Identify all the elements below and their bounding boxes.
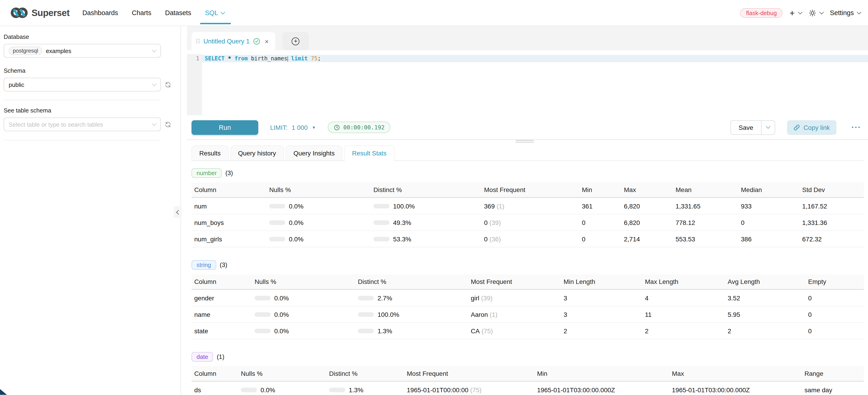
save-split-button: Save — [731, 120, 775, 134]
collapse-sidebar-button[interactable] — [174, 206, 182, 218]
stats-section-header: string(3) — [191, 260, 864, 270]
query-tab[interactable]: Untitled Query 1 × — [191, 32, 275, 50]
table-header-cell: Max — [624, 186, 676, 193]
result-stats-content: number(3)ColumnNulls %Distinct %Most Fre… — [191, 168, 864, 395]
table-header-cell: Column — [191, 370, 241, 377]
stat-value-cell: 11 — [645, 311, 728, 318]
percent-label: 0.0% — [274, 294, 289, 302]
tab-results[interactable]: Results — [191, 145, 228, 160]
refresh-icon — [164, 81, 171, 88]
distinct-bar-cell: 100.0% — [373, 202, 484, 210]
nulls-bar-cell: 0.0% — [269, 219, 373, 226]
table-header-cell: Nulls % — [241, 370, 329, 377]
table-row: name0.0%100.0%Aaron(1)3115.950 — [191, 306, 864, 323]
superset-brand[interactable]: Superset — [10, 7, 69, 19]
line-number: 1 — [187, 55, 199, 62]
column-name-cell: num — [191, 202, 269, 210]
column-count: (1) — [217, 354, 224, 360]
editor-code-area[interactable]: SELECT * from birth_names limit 75; — [202, 54, 868, 115]
chevron-down-icon — [857, 9, 861, 14]
editor-toolbar: Run LIMIT: 1 000 ▼ 00:00:00.192 S — [187, 115, 868, 140]
percent-label: 0.0% — [274, 311, 289, 318]
tab-result-stats[interactable]: Result Stats — [344, 145, 394, 160]
more-menu-button[interactable] — [852, 127, 860, 128]
clock-icon — [334, 124, 340, 130]
nav-item-dashboards[interactable]: Dashboards — [82, 9, 118, 17]
distinct-bar-cell: 2.7% — [358, 294, 471, 302]
new-item-button[interactable]: + — [789, 8, 802, 17]
chevron-down-icon — [152, 48, 157, 52]
database-value: examples — [46, 47, 71, 54]
percent-label: 1.3% — [377, 327, 392, 334]
nulls-bar-cell: 0.0% — [241, 386, 329, 393]
plus-circle-icon: + — [292, 37, 300, 45]
environment-badge: flask-debug — [740, 8, 783, 18]
stat-value-cell: 3 — [564, 311, 645, 318]
most-frequent-cell: 1965-01-01T00:00:00(75) — [407, 386, 537, 393]
editor-gutter: 1 — [187, 54, 202, 115]
stat-value-cell: 933 — [741, 202, 802, 210]
drag-handle-icon[interactable] — [196, 39, 200, 44]
run-button[interactable]: Run — [191, 120, 258, 134]
theme-toggle[interactable] — [808, 9, 823, 17]
close-tab-icon[interactable]: × — [265, 37, 269, 45]
stat-value-cell: 1965-01-01T03:00:00.000Z — [672, 386, 804, 393]
schema-select[interactable]: public — [4, 78, 161, 91]
limit-dropdown[interactable]: LIMIT: 1 000 ▼ — [270, 124, 316, 131]
tab-query-insights[interactable]: Query Insights — [286, 145, 343, 160]
brand-title: Superset — [32, 7, 69, 18]
database-select[interactable]: postgresql examples — [4, 44, 161, 58]
chevron-left-icon — [176, 210, 181, 214]
new-query-tab-button[interactable]: + — [282, 32, 309, 50]
type-badge: number — [191, 168, 222, 178]
progress-bar-track — [255, 296, 271, 300]
table-header-cell: Range — [804, 370, 864, 377]
most-frequent-cell: 369(1) — [484, 202, 582, 210]
query-tab-bar: Untitled Query 1 × + — [187, 26, 868, 50]
table-header-cell: Median — [741, 186, 802, 193]
chevron-down-icon — [152, 81, 157, 86]
percent-label: 49.3% — [393, 219, 411, 226]
chevron-down-icon — [819, 9, 824, 14]
nulls-bar-cell: 0.0% — [269, 235, 373, 243]
sql-token — [231, 55, 235, 62]
pane-resize-handle[interactable] — [181, 140, 868, 143]
nav-item-charts[interactable]: Charts — [132, 9, 151, 17]
sql-editor[interactable]: 1 SELECT * from birth_names limit 75; — [187, 54, 868, 115]
sql-code-line[interactable]: SELECT * from birth_names limit 75; — [202, 55, 868, 62]
sidebar-divider — [4, 100, 161, 100]
stat-value-cell: 6,820 — [624, 219, 676, 226]
column-name-cell: state — [191, 327, 255, 334]
tab-editor-gap — [187, 50, 868, 54]
refresh-schemas-button[interactable] — [164, 81, 172, 89]
sql-token — [225, 55, 228, 62]
progress-bar-track — [358, 329, 374, 333]
settings-menu[interactable]: Settings — [830, 9, 861, 17]
plus-icon: + — [789, 8, 795, 17]
limit-value: 1 000 — [291, 124, 308, 131]
nav-item-datasets[interactable]: Datasets — [165, 9, 191, 17]
sun-icon — [808, 9, 816, 17]
stat-value-cell: 2 — [564, 327, 645, 334]
stat-value-cell: 672.32 — [802, 235, 864, 243]
superset-logo-icon — [10, 7, 28, 19]
refresh-tables-button[interactable] — [164, 120, 172, 128]
nav-item-sql[interactable]: SQL — [205, 9, 225, 17]
table-select[interactable]: Select table or type to search tables — [4, 118, 161, 131]
progress-bar-track — [269, 237, 285, 241]
stat-value-cell: 2 — [645, 327, 728, 334]
column-name-cell: gender — [191, 294, 255, 302]
nulls-bar-cell: 0.0% — [269, 202, 373, 210]
tab-query-history[interactable]: Query history — [230, 145, 284, 160]
save-options-button[interactable] — [761, 120, 775, 134]
percent-label: 100.0% — [393, 202, 415, 210]
copy-link-button[interactable]: Copy link — [787, 120, 836, 134]
table-header-row: ColumnNulls %Distinct %Most FrequentMinM… — [191, 182, 864, 198]
stat-value-cell: 0 — [741, 219, 802, 226]
most-frequent-value: 0 — [484, 219, 488, 226]
percent-label: 0.0% — [274, 327, 289, 334]
table-header-cell: Distinct % — [358, 278, 471, 285]
table-header-cell: Mean — [676, 186, 741, 193]
save-button[interactable]: Save — [731, 120, 761, 134]
table-schema-label: See table schema — [4, 107, 177, 114]
